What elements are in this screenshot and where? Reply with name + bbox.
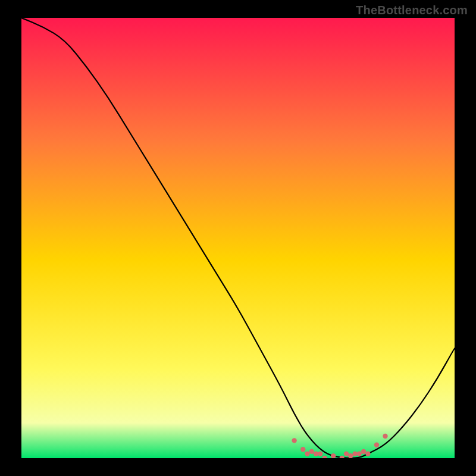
min-dot [300, 447, 305, 452]
chart-frame: TheBottleneck.com [0, 0, 476, 476]
chart-svg [21, 18, 455, 458]
min-dot [292, 438, 296, 443]
min-dot [314, 451, 318, 456]
gradient-background [21, 18, 455, 458]
min-dot [365, 451, 370, 456]
min-dot [352, 451, 357, 456]
min-dot [318, 451, 322, 456]
min-dot [361, 449, 366, 454]
min-dot [309, 449, 314, 454]
plot-area [21, 18, 455, 458]
min-dot [374, 443, 379, 447]
min-dot [344, 451, 349, 456]
min-dot [383, 434, 387, 439]
min-dot [305, 451, 309, 456]
min-dot [357, 451, 362, 456]
watermark-text: TheBottleneck.com [356, 4, 468, 17]
